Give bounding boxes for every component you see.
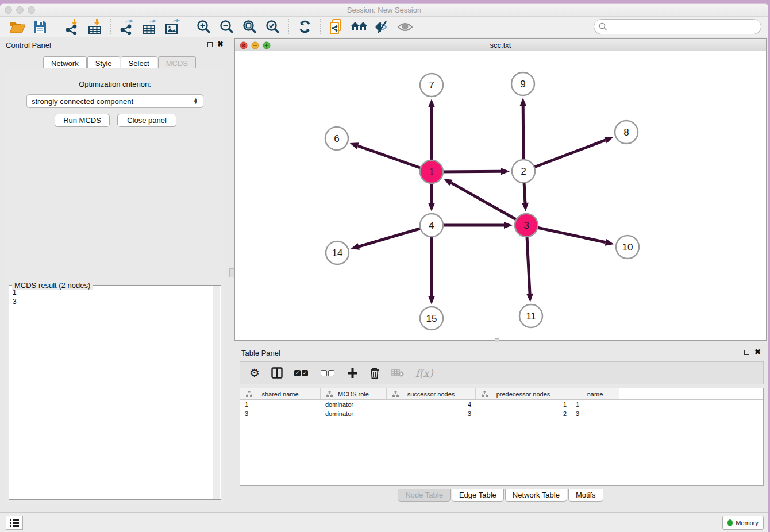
- node-table: shared name MCDS role successor nodes pr…: [240, 388, 764, 486]
- graph-node-3[interactable]: 3: [515, 214, 538, 237]
- window-resize-handle[interactable]: [495, 338, 499, 342]
- svg-text:15: 15: [426, 313, 437, 324]
- graph-edge-arrowhead: [605, 239, 614, 246]
- list-icon: [10, 519, 19, 527]
- close-panel-button[interactable]: Close panel: [117, 114, 176, 127]
- save-session-icon[interactable]: [32, 18, 49, 36]
- graph-node-4[interactable]: 4: [420, 214, 443, 237]
- cell-name[interactable]: 1: [571, 401, 619, 408]
- svg-text:4: 4: [429, 220, 434, 231]
- close-panel-icon[interactable]: ✖: [217, 40, 224, 48]
- function-builder-icon[interactable]: f(x): [415, 367, 433, 379]
- zoom-fit-icon[interactable]: [241, 18, 259, 36]
- graph-node-15[interactable]: 15: [420, 307, 443, 330]
- delete-column-icon[interactable]: [369, 367, 380, 379]
- mcds-panel: Optimization criterion: strongly connect…: [5, 68, 225, 504]
- column-header-successor-nodes[interactable]: successor nodes: [387, 388, 476, 399]
- graph-node-10[interactable]: 10: [616, 236, 639, 259]
- cell-predecessor-nodes[interactable]: 2: [476, 410, 571, 417]
- graph-edge-arrowhead: [428, 99, 435, 107]
- panel-splitter-handle[interactable]: [229, 268, 234, 277]
- refresh-icon[interactable]: [296, 18, 313, 36]
- search-input[interactable]: [607, 22, 761, 32]
- show-graphics-details-icon[interactable]: [396, 18, 414, 36]
- table-toolbar: ⚙ ✓✓ ✓✓ f(x): [240, 361, 764, 384]
- network-view-window: scc.txt 1234678910111415: [234, 38, 767, 341]
- home-icon[interactable]: [351, 18, 368, 36]
- table-tabs: Node Table Edge Table Network Table Moti…: [234, 489, 767, 502]
- toolbar-separator: [288, 19, 289, 35]
- graph-node-6[interactable]: 6: [325, 127, 348, 150]
- add-column-icon[interactable]: [347, 368, 358, 379]
- close-table-panel-icon[interactable]: ✖: [754, 348, 761, 356]
- network-canvas[interactable]: 1234678910111415: [235, 51, 766, 340]
- graph-node-2[interactable]: 2: [512, 160, 535, 183]
- mcds-result-list[interactable]: 1 3: [13, 288, 17, 306]
- zoom-in-icon[interactable]: [195, 18, 213, 36]
- mcds-result-item[interactable]: 1: [13, 288, 17, 297]
- cell-mcds-role[interactable]: dominator: [321, 401, 387, 408]
- cell-name[interactable]: 3: [571, 410, 619, 417]
- zoom-selected-icon[interactable]: [264, 18, 282, 36]
- column-header-predecessor-nodes[interactable]: predecessor nodes: [476, 388, 571, 399]
- tab-motifs[interactable]: Motifs: [568, 489, 603, 502]
- toggle-panel-icon[interactable]: [271, 367, 283, 379]
- float-panel-icon[interactable]: [207, 40, 213, 49]
- export-network-icon[interactable]: [118, 18, 135, 36]
- tab-network-table[interactable]: Network Table: [505, 489, 567, 502]
- column-header-name[interactable]: name: [571, 388, 619, 399]
- zoom-out-icon[interactable]: [218, 18, 236, 36]
- graph-node-11[interactable]: 11: [519, 304, 542, 327]
- export-table-icon[interactable]: [141, 18, 158, 36]
- deselect-all-columns-icon[interactable]: ✓✓: [321, 370, 336, 376]
- graph-edge-arrowhead: [604, 137, 613, 143]
- float-table-panel-icon[interactable]: [744, 348, 749, 357]
- svg-text:3: 3: [523, 220, 529, 231]
- table-row[interactable]: 3 dominator 3 2 3: [240, 409, 763, 418]
- hide-graphics-details-icon[interactable]: [374, 18, 391, 36]
- import-network-icon[interactable]: [63, 18, 80, 36]
- export-image-icon[interactable]: [164, 18, 181, 36]
- column-header-shared-name[interactable]: shared name: [240, 388, 321, 399]
- graph-edge-2-8[interactable]: [523, 140, 606, 171]
- graph-edge-arrowhead: [428, 296, 435, 304]
- attribute-tree-icon: [326, 391, 333, 397]
- cell-mcds-role[interactable]: dominator: [321, 410, 387, 417]
- settings-gear-icon[interactable]: ⚙: [249, 366, 260, 380]
- table-panel-title: Table Panel: [241, 349, 280, 357]
- import-table-icon[interactable]: [86, 18, 103, 36]
- graph-node-9[interactable]: 9: [511, 72, 534, 95]
- search-field[interactable]: [594, 19, 761, 34]
- tab-edge-table[interactable]: Edge Table: [452, 489, 504, 502]
- graph-node-7[interactable]: 7: [420, 74, 443, 97]
- tab-node-table[interactable]: Node Table: [398, 489, 451, 502]
- memory-button[interactable]: Memory: [722, 516, 764, 530]
- graph-edge-3-1[interactable]: [451, 183, 526, 225]
- search-icon: [599, 22, 607, 31]
- criterion-dropdown[interactable]: strongly connected component ▲▼: [26, 94, 203, 108]
- result-scrollbar[interactable]: [213, 286, 220, 499]
- cell-successor-nodes[interactable]: 4: [387, 401, 476, 408]
- attribute-tree-icon: [392, 391, 399, 397]
- mcds-result-item[interactable]: 3: [13, 297, 17, 306]
- cell-shared-name[interactable]: 1: [240, 401, 321, 408]
- select-all-columns-icon[interactable]: ✓✓: [294, 370, 309, 376]
- graph-edge-arrowhead: [504, 222, 513, 229]
- open-session-icon[interactable]: [9, 18, 26, 36]
- cell-shared-name[interactable]: 3: [240, 410, 321, 417]
- graph-edge-arrowhead: [351, 243, 360, 250]
- share-document-icon[interactable]: [328, 18, 345, 36]
- graph-node-14[interactable]: 14: [326, 241, 349, 264]
- attribute-tree-icon: [246, 391, 252, 397]
- run-mcds-button[interactable]: Run MCDS: [55, 114, 110, 127]
- delete-table-icon[interactable]: [391, 368, 404, 377]
- table-row[interactable]: 1 dominator 4 1 1: [240, 400, 763, 409]
- cell-predecessor-nodes[interactable]: 1: [476, 401, 571, 408]
- graph-node-8[interactable]: 8: [615, 121, 638, 144]
- toolbar-separator: [110, 19, 111, 35]
- column-header-mcds-role[interactable]: MCDS role: [321, 388, 387, 399]
- svg-text:14: 14: [332, 248, 343, 259]
- cell-successor-nodes[interactable]: 3: [387, 410, 476, 417]
- graph-node-1[interactable]: 1: [420, 160, 443, 183]
- task-history-button[interactable]: [6, 516, 23, 530]
